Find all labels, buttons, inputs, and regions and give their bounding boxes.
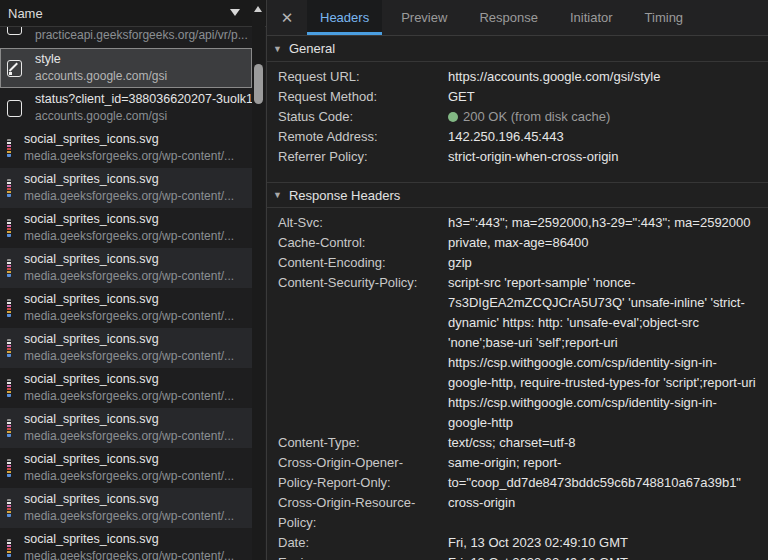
- header-value: cross-origin: [448, 495, 515, 510]
- request-type-icon: [7, 259, 11, 277]
- header-name: Status Code:: [278, 107, 448, 127]
- header-name: Content-Encoding:: [278, 253, 448, 273]
- request-name: social_sprites_icons.svg: [24, 251, 234, 268]
- request-type-icon: [7, 139, 11, 157]
- network-request-row[interactable]: social_sprites_icons.svg media.geeksforg…: [0, 368, 252, 408]
- request-name: social_sprites_icons.svg: [24, 131, 234, 148]
- tab-headers[interactable]: Headers: [307, 0, 382, 35]
- tab-timing[interactable]: Timing: [632, 0, 697, 35]
- network-request-row[interactable]: social_sprites_icons.svg media.geeksforg…: [0, 528, 252, 560]
- response-headers-section-header[interactable]: ▼ Response Headers: [267, 182, 768, 208]
- close-icon: ✕: [281, 9, 294, 26]
- header-value: h3=":443"; ma=2592000,h3-29=":443"; ma=2…: [448, 215, 751, 230]
- request-type-icon: [7, 459, 11, 477]
- request-domain: media.geeksforgeeks.org/wp-content/...: [24, 308, 234, 325]
- request-type-icon: [7, 100, 22, 117]
- request-rows: practiceapi.geeksforgeeks.org/api/vr/p..…: [0, 27, 252, 560]
- request-name: status?client_id=388036620207-3uolk1...: [35, 91, 252, 108]
- header-value: GET: [448, 89, 475, 104]
- header-name: Date:: [278, 533, 448, 553]
- request-type-icon: [7, 339, 11, 357]
- network-request-row[interactable]: social_sprites_icons.svg media.geeksforg…: [0, 168, 252, 208]
- request-type-icon: [7, 219, 11, 237]
- network-request-row[interactable]: social_sprites_icons.svg media.geeksforg…: [0, 488, 252, 528]
- header-name: Expires:: [278, 553, 448, 560]
- header-name: Cross-Origin-Opener-Policy-Report-Only:: [278, 453, 448, 493]
- header-name: Content-Type:: [278, 433, 448, 453]
- header-row: Cross-Origin-Opener-Policy-Report-Only: …: [278, 453, 768, 493]
- name-column-label: Name: [8, 6, 43, 21]
- header-row: Content-Encoding: gzip: [278, 253, 768, 273]
- tab-response[interactable]: Response: [466, 0, 551, 35]
- network-request-row[interactable]: practiceapi.geeksforgeeks.org/api/vr/p..…: [0, 27, 252, 48]
- request-name: social_sprites_icons.svg: [24, 371, 234, 388]
- header-value: gzip: [448, 255, 472, 270]
- network-request-row[interactable]: status?client_id=388036620207-3uolk1... …: [0, 88, 252, 128]
- general-section-header[interactable]: ▼ General: [267, 36, 768, 62]
- header-name: Remote Address:: [278, 127, 448, 147]
- tab-label: Response: [479, 10, 538, 25]
- filter-dropdown-icon[interactable]: [230, 9, 240, 16]
- status-dot-icon: [448, 112, 458, 122]
- request-type-icon: [7, 499, 11, 517]
- header-name: Request Method:: [278, 87, 448, 107]
- request-type-icon: [7, 379, 11, 397]
- network-request-row[interactable]: social_sprites_icons.svg media.geeksforg…: [0, 328, 252, 368]
- network-request-row[interactable]: social_sprites_icons.svg media.geeksforg…: [0, 288, 252, 328]
- scrollbar-thumb[interactable]: [254, 64, 263, 104]
- tab-initiator[interactable]: Initiator: [557, 0, 626, 35]
- tab-label: Initiator: [570, 10, 613, 25]
- headers-content: ▼ General Request URL: https://accounts.…: [267, 36, 768, 560]
- header-row: Date: Fri, 13 Oct 2023 02:49:10 GMT: [278, 533, 768, 553]
- header-name: Request URL:: [278, 67, 448, 87]
- request-domain: accounts.google.com/gsi: [35, 108, 252, 125]
- request-domain: media.geeksforgeeks.org/wp-content/...: [24, 268, 234, 285]
- request-name: social_sprites_icons.svg: [24, 211, 234, 228]
- network-request-row[interactable]: social_sprites_icons.svg media.geeksforg…: [0, 208, 252, 248]
- header-row: Content-Security-Policy: script-src 'rep…: [278, 273, 768, 433]
- header-row: Expires: Fri, 13 Oct 2023 02:49:10 GMT: [278, 553, 768, 560]
- header-value: same-origin; report-to="coop_dd7de8473bd…: [448, 455, 741, 490]
- request-domain: media.geeksforgeeks.org/wp-content/...: [24, 428, 234, 445]
- collapse-caret-icon: ▼: [273, 43, 282, 53]
- request-name: social_sprites_icons.svg: [24, 451, 234, 468]
- request-name: social_sprites_icons.svg: [24, 411, 234, 428]
- header-row: Cross-Origin-Resource-Policy: cross-orig…: [278, 493, 768, 533]
- request-detail-panel: ✕ Headers Preview Response Initiator Tim…: [267, 0, 768, 560]
- detail-tabbar: ✕ Headers Preview Response Initiator Tim…: [267, 0, 768, 36]
- request-domain: media.geeksforgeeks.org/wp-content/...: [24, 148, 234, 165]
- request-domain: media.geeksforgeeks.org/wp-content/...: [24, 228, 234, 245]
- response-headers-section: ▼ Response Headers Alt-Svc: h3=":443"; m…: [267, 182, 768, 560]
- header-row: Referrer Policy: strict-origin-when-cros…: [278, 147, 768, 167]
- header-value: strict-origin-when-cross-origin: [448, 149, 619, 164]
- header-value: 142.250.196.45:443: [448, 129, 564, 144]
- network-request-row[interactable]: social_sprites_icons.svg media.geeksforg…: [0, 248, 252, 288]
- network-request-row[interactable]: style accounts.google.com/gsi: [0, 48, 252, 88]
- header-row: Remote Address: 142.250.196.45:443: [278, 127, 768, 147]
- tab-preview[interactable]: Preview: [388, 0, 460, 35]
- header-value: text/css; charset=utf-8: [448, 435, 576, 450]
- request-domain: media.geeksforgeeks.org/wp-content/...: [24, 188, 234, 205]
- request-list-scrollbar[interactable]: [252, 0, 265, 560]
- request-domain: media.geeksforgeeks.org/wp-content/...: [24, 388, 234, 405]
- close-detail-button[interactable]: ✕: [270, 0, 304, 35]
- request-type-icon: [7, 60, 22, 77]
- network-request-row[interactable]: social_sprites_icons.svg media.geeksforg…: [0, 128, 252, 168]
- request-type-icon: [7, 539, 11, 557]
- request-name: social_sprites_icons.svg: [24, 171, 234, 188]
- section-title: Response Headers: [289, 188, 400, 203]
- tab-label: Headers: [320, 10, 369, 25]
- header-name: Referrer Policy:: [278, 147, 448, 167]
- header-value: Fri, 13 Oct 2023 02:49:10 GMT: [448, 535, 628, 550]
- header-row: Request Method: GET: [278, 87, 768, 107]
- header-value: 200 OK (from disk cache): [463, 109, 610, 124]
- network-request-row[interactable]: social_sprites_icons.svg media.geeksforg…: [0, 408, 252, 448]
- name-column-header[interactable]: Name: [0, 0, 266, 27]
- network-request-row[interactable]: social_sprites_icons.svg media.geeksforg…: [0, 448, 252, 488]
- request-list-panel: Name practiceapi.geeksforgeeks.org/api/v…: [0, 0, 267, 560]
- request-domain: accounts.google.com/gsi: [35, 68, 167, 85]
- header-row: Content-Type: text/css; charset=utf-8: [278, 433, 768, 453]
- request-name: social_sprites_icons.svg: [24, 531, 234, 548]
- header-row: Alt-Svc: h3=":443"; ma=2592000,h3-29=":4…: [278, 213, 768, 233]
- scrollbar-up-icon[interactable]: [254, 6, 262, 12]
